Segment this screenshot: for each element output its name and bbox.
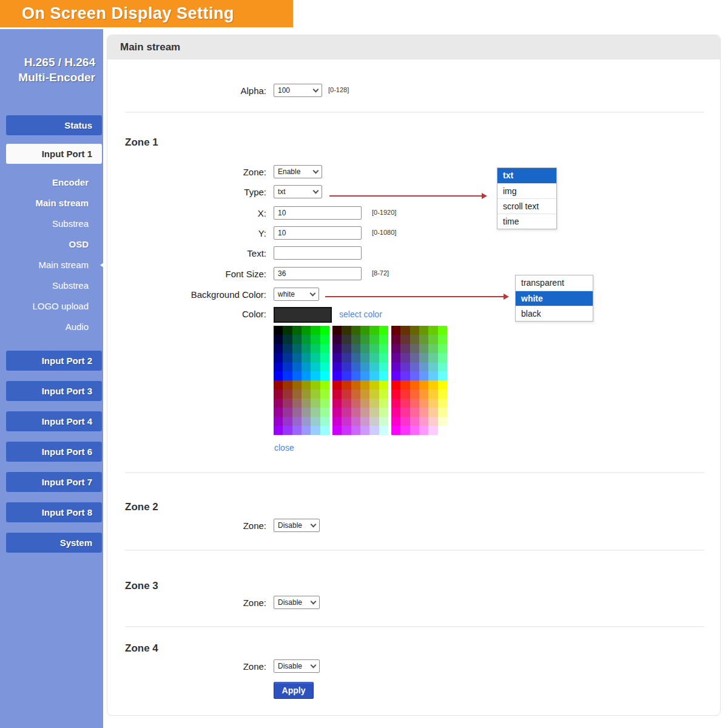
palette-cell[interactable] (391, 426, 400, 435)
sidebar-item-system[interactable]: System (6, 533, 102, 553)
palette-cell[interactable] (379, 417, 388, 426)
palette-cell[interactable] (400, 371, 410, 380)
palette-cell[interactable] (302, 417, 311, 426)
palette-cell[interactable] (391, 326, 400, 335)
palette-cell[interactable] (369, 335, 379, 344)
palette-cell[interactable] (302, 335, 311, 344)
palette-cell[interactable] (292, 326, 302, 335)
palette-cell[interactable] (351, 399, 360, 408)
palette-cell[interactable] (283, 371, 292, 380)
palette-cell[interactable] (274, 389, 283, 399)
palette-cell[interactable] (292, 344, 302, 353)
palette-cell[interactable] (419, 426, 428, 435)
palette-cell[interactable] (311, 326, 320, 335)
palette-cell[interactable] (332, 417, 342, 426)
palette-cell[interactable] (428, 408, 437, 417)
palette-cell[interactable] (400, 353, 410, 362)
palette-cell[interactable] (428, 380, 437, 389)
sidebar-item-encoder[interactable]: Encoder (0, 172, 103, 193)
palette-cell[interactable] (419, 417, 428, 426)
palette-cell[interactable] (283, 380, 292, 389)
type-menu-item-img[interactable]: img (497, 183, 556, 198)
palette-cell[interactable] (419, 326, 428, 335)
palette-cell[interactable] (360, 380, 369, 389)
zone3-zone-select[interactable]: Disable (274, 596, 320, 609)
palette-cell[interactable] (302, 389, 311, 399)
palette-cell[interactable] (320, 389, 329, 399)
palette-cell[interactable] (274, 344, 283, 353)
sidebar-item-status[interactable]: Status (6, 115, 102, 135)
palette-cell[interactable] (360, 426, 369, 435)
palette-cell[interactable] (302, 326, 311, 335)
palette-cell[interactable] (311, 371, 320, 380)
apply-button[interactable]: Apply (274, 682, 314, 699)
sidebar-item-input-port-4[interactable]: Input Port 4 (6, 411, 102, 431)
sidebar-item-substrea[interactable]: Substrea (0, 214, 103, 234)
palette-cell[interactable] (379, 408, 388, 417)
palette-cell[interactable] (342, 380, 351, 389)
palette-cell[interactable] (360, 353, 369, 362)
palette-cell[interactable] (391, 362, 400, 371)
palette-cell[interactable] (438, 408, 447, 417)
palette-cell[interactable] (428, 335, 437, 344)
zone1-x-input[interactable] (274, 206, 362, 220)
select-color-link[interactable]: select color (339, 309, 382, 319)
palette-cell[interactable] (351, 362, 360, 371)
palette-cell[interactable] (400, 399, 410, 408)
zone2-zone-select[interactable]: Disable (274, 519, 320, 532)
palette-cell[interactable] (369, 326, 379, 335)
palette-cell[interactable] (292, 353, 302, 362)
palette-cell[interactable] (379, 389, 388, 399)
palette-cell[interactable] (369, 417, 379, 426)
palette-cell[interactable] (379, 380, 388, 389)
palette-cell[interactable] (410, 417, 419, 426)
sidebar-item-input-port-8[interactable]: Input Port 8 (6, 502, 102, 522)
palette-cell[interactable] (360, 362, 369, 371)
palette-cell[interactable] (342, 399, 351, 408)
palette-cell[interactable] (410, 335, 419, 344)
palette-cell[interactable] (400, 362, 410, 371)
bgcolor-menu-item-transparent[interactable]: transparent (516, 275, 593, 291)
palette-cell[interactable] (438, 326, 447, 335)
palette-cell[interactable] (351, 335, 360, 344)
palette-cell[interactable] (428, 399, 437, 408)
palette-cell[interactable] (379, 326, 388, 335)
sidebar-item-audio[interactable]: Audio (0, 317, 103, 337)
palette-cell[interactable] (360, 344, 369, 353)
sidebar-item-osd[interactable]: OSD (0, 234, 103, 255)
palette-cell[interactable] (351, 344, 360, 353)
palette-cell[interactable] (292, 389, 302, 399)
palette-cell[interactable] (320, 353, 329, 362)
palette-cell[interactable] (302, 380, 311, 389)
palette-cell[interactable] (391, 353, 400, 362)
palette-cell[interactable] (311, 335, 320, 344)
palette-cell[interactable] (274, 399, 283, 408)
palette-cell[interactable] (400, 335, 410, 344)
zone1-bgcolor-select[interactable]: white (274, 288, 319, 301)
palette-cell[interactable] (320, 380, 329, 389)
palette-cell[interactable] (400, 380, 410, 389)
palette-cell[interactable] (274, 326, 283, 335)
palette-cell[interactable] (428, 417, 437, 426)
palette-cell[interactable] (369, 399, 379, 408)
palette-cell[interactable] (351, 389, 360, 399)
palette-cell[interactable] (400, 326, 410, 335)
palette-cell[interactable] (400, 408, 410, 417)
palette-cell[interactable] (302, 426, 311, 435)
palette-cell[interactable] (379, 353, 388, 362)
palette-cell[interactable] (391, 389, 400, 399)
zone1-type-select[interactable]: txt (274, 185, 322, 198)
palette-cell[interactable] (410, 371, 419, 380)
palette-cell[interactable] (283, 389, 292, 399)
palette-cell[interactable] (332, 380, 342, 389)
palette-cell[interactable] (274, 335, 283, 344)
palette-cell[interactable] (428, 344, 437, 353)
palette-cell[interactable] (311, 344, 320, 353)
palette-cell[interactable] (379, 399, 388, 408)
palette-cell[interactable] (342, 362, 351, 371)
palette-cell[interactable] (379, 371, 388, 380)
palette-cell[interactable] (292, 380, 302, 389)
palette-cell[interactable] (438, 389, 447, 399)
palette-cell[interactable] (391, 380, 400, 389)
palette-cell[interactable] (332, 335, 342, 344)
